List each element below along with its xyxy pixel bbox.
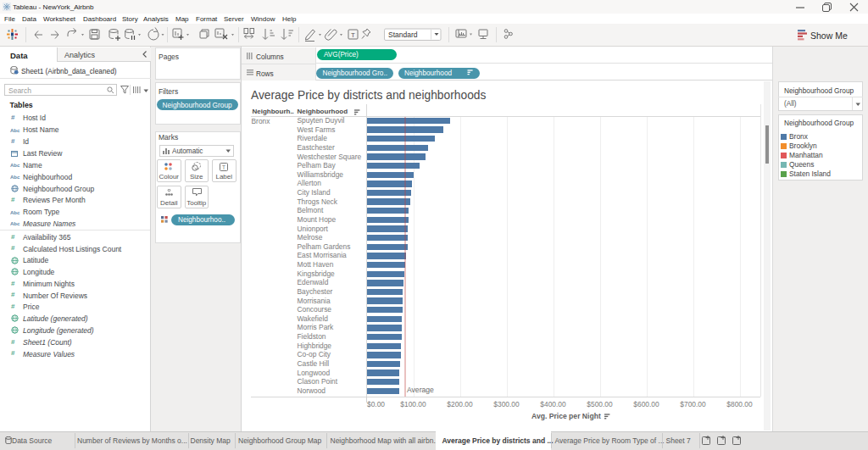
svg-text:T: T — [351, 31, 355, 39]
svg-text:T: T — [222, 164, 225, 170]
svg-text:Show Me: Show Me — [810, 31, 848, 41]
svg-text:Standard: Standard — [388, 31, 418, 39]
